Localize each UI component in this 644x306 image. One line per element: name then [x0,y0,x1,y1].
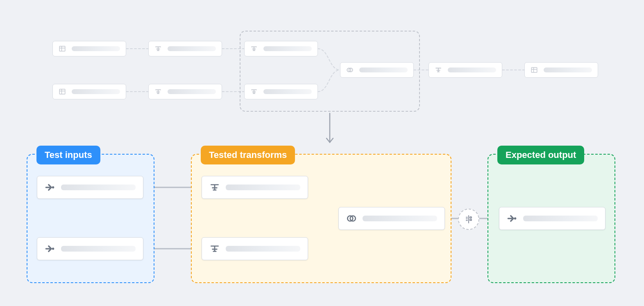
node-label-placeholder [363,216,437,221]
filter-icon [209,182,220,193]
test-node [202,176,308,199]
pipeline-node [524,62,598,78]
pipeline-node [148,84,222,99]
pipeline-node [244,41,318,56]
node-label-placeholder [544,68,592,72]
arrow-icon [45,243,55,254]
arrow-icon [507,213,517,224]
filter-icon [250,45,258,52]
svg-point-12 [52,186,54,188]
table-icon [59,45,66,52]
join-icon [346,66,354,74]
table-icon [531,66,538,74]
test-inputs-group: Test inputs [27,154,154,283]
test-node [37,237,143,260]
svg-point-13 [52,248,54,250]
node-label-placeholder [61,246,136,252]
compare-icon [458,209,479,230]
node-label-placeholder [448,68,496,72]
pipeline-node [244,84,318,99]
filter-icon [154,88,162,95]
pipeline-node [52,41,126,56]
filter-icon [435,66,442,74]
test-node [37,176,143,199]
node-label-placeholder [72,89,120,94]
node-label-placeholder [168,89,216,94]
svg-rect-7 [59,46,65,51]
svg-rect-11 [531,68,537,72]
node-label-placeholder [226,184,300,190]
svg-rect-5 [470,217,472,218]
test-node [202,237,308,260]
node-label-placeholder [226,246,300,252]
diagram-canvas: Test inputs Tested transforms Expected o… [0,0,644,306]
node-label-placeholder [61,184,136,190]
node-label-placeholder [168,46,216,51]
test-inputs-label: Test inputs [36,146,100,164]
filter-icon [209,243,220,254]
tested-transforms-label: Tested transforms [201,146,295,164]
svg-rect-8 [59,89,65,94]
node-label-placeholder [523,216,598,221]
pipeline-node [429,62,502,78]
filter-icon [250,88,258,95]
join-icon [346,213,357,224]
pipeline-node [148,41,222,56]
arrow-icon [45,182,55,193]
svg-rect-6 [470,219,472,220]
table-icon [59,88,66,95]
pipeline-node [340,62,414,78]
test-node [338,207,445,230]
node-label-placeholder [359,68,408,72]
node-label-placeholder [263,46,312,51]
expected-output-label: Expected output [497,146,584,164]
pipeline-node [52,84,126,99]
test-node [499,207,605,230]
node-label-placeholder [72,46,120,51]
filter-icon [154,45,162,52]
svg-point-16 [514,217,516,219]
node-label-placeholder [263,89,312,94]
